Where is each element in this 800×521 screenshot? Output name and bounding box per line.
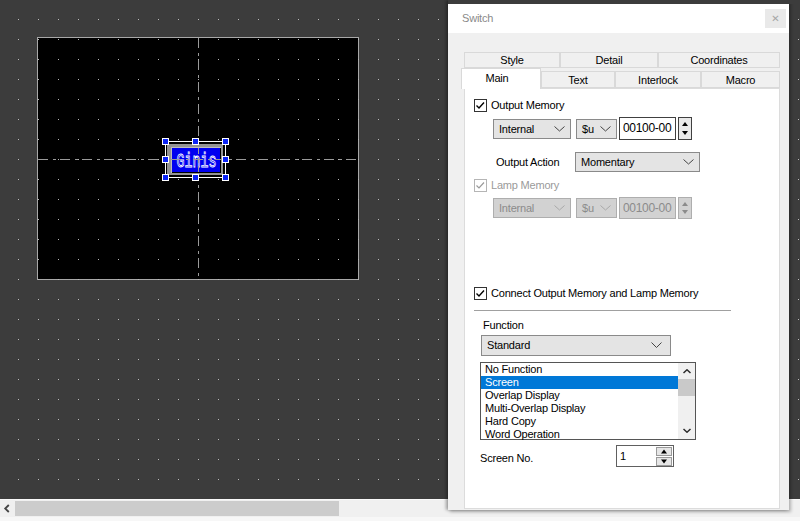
svg-text:Ginis: Ginis <box>177 150 217 173</box>
